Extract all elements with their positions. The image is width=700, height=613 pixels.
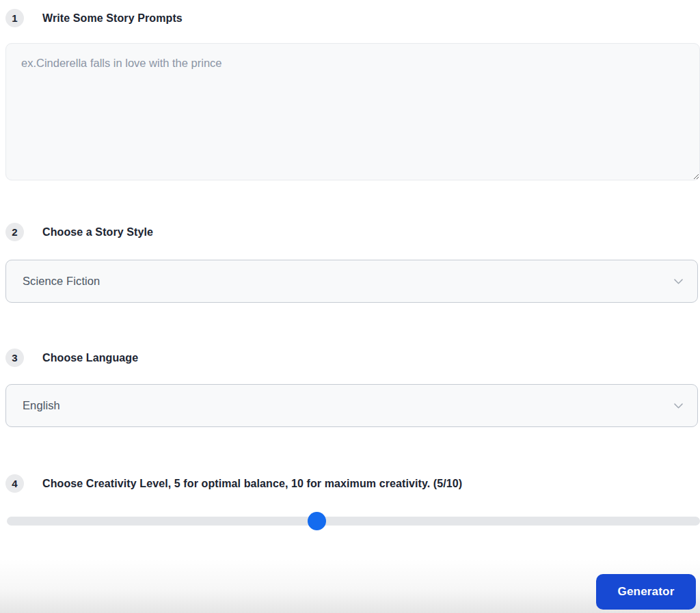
step-3-badge: 3 (5, 349, 24, 367)
step-1-badge: 1 (5, 9, 24, 27)
section-title-language: Choose Language (42, 352, 138, 364)
creativity-slider-thumb[interactable] (308, 512, 326, 530)
step-4-badge: 4 (5, 474, 24, 493)
chevron-down-icon (672, 275, 685, 288)
creativity-slider-track[interactable] (7, 517, 700, 526)
step-2-badge: 2 (5, 223, 24, 241)
story-style-selected-value: Science Fiction (23, 275, 100, 288)
section-header-prompts: 1 Write Some Story Prompts (5, 9, 183, 27)
language-select[interactable]: English (5, 384, 698, 427)
generator-button[interactable]: Generator (596, 574, 696, 610)
footer-gradient (0, 558, 700, 613)
section-header-language: 3 Choose Language (5, 349, 138, 367)
language-selected-value: English (23, 399, 60, 412)
section-title-creativity: Choose Creativity Level, 5 for optimal b… (42, 478, 462, 490)
section-header-creativity: 4 Choose Creativity Level, 5 for optimal… (5, 474, 462, 493)
story-prompt-input[interactable] (5, 43, 700, 180)
section-header-story-style: 2 Choose a Story Style (5, 223, 153, 241)
section-title-story-style: Choose a Story Style (42, 226, 153, 239)
section-title-prompts: Write Some Story Prompts (42, 12, 183, 25)
story-style-select[interactable]: Science Fiction (5, 260, 698, 303)
chevron-down-icon (672, 399, 685, 412)
